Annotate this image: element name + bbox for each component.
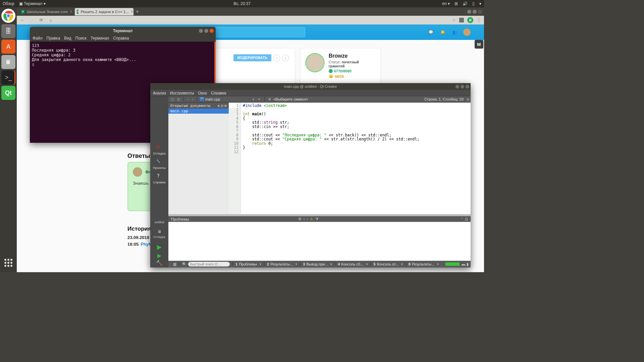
nav-forward-icon[interactable]: → — [29, 17, 35, 23]
menu-analyze[interactable]: Анализ — [153, 91, 166, 95]
output-tab-compile[interactable]: 4Консоль сб...▾ — [335, 262, 370, 266]
menu-help[interactable]: Справка — [211, 91, 226, 95]
dock-terminal[interactable]: >_ — [1, 70, 15, 84]
bookmark-icon[interactable]: ☆ — [452, 18, 456, 22]
open-docs-header[interactable]: Открытые документы ⇅◫⊟ — [168, 103, 229, 109]
dock-chrome[interactable] — [1, 9, 15, 23]
close-output-icon[interactable]: ▬ — [462, 262, 467, 266]
overview-button[interactable]: Обзор — [3, 1, 14, 6]
bell-icon[interactable]: 🔔 — [439, 28, 446, 36]
close-icon[interactable] — [478, 10, 482, 14]
dock-files[interactable]: 🗄 — [1, 24, 15, 38]
output-tab-testresults[interactable]: 8Результаты...▾ — [406, 262, 441, 266]
nav-back-icon[interactable]: ‹ — [186, 98, 190, 101]
menu-tools[interactable]: Инструменты — [170, 91, 194, 95]
profile-name[interactable]: Browze — [329, 53, 376, 59]
chat-icon[interactable]: 💬 — [427, 28, 434, 36]
new-tab-button[interactable]: + — [133, 8, 141, 15]
split-h-icon[interactable]: ◫ — [170, 98, 175, 101]
moderate-button[interactable]: МОДЕРИРОВАТЬ — [233, 54, 272, 61]
toggle-right-icon[interactable]: ▮ — [467, 262, 471, 266]
answerer-avatar[interactable] — [133, 167, 142, 177]
close-tab-icon[interactable]: × — [70, 9, 72, 14]
run-debug-button[interactable]: ▶ — [157, 252, 161, 259]
max-icon[interactable] — [204, 29, 208, 33]
browser-tab[interactable]: З Школьные Знания.com × — [19, 8, 75, 15]
funnel-icon[interactable]: ⧩ — [315, 217, 318, 221]
system-menu-icon[interactable]: ▾ — [479, 1, 481, 6]
issues-header[interactable]: Проблемы ⚙ ‹ › ⚠ ⧩ ˄ ⊡ — [168, 216, 471, 222]
battery-icon[interactable]: ▯ — [472, 1, 475, 6]
quick-search-input[interactable]: Быстрый поиск (C... — [188, 262, 230, 266]
close-icon[interactable] — [210, 29, 214, 33]
mode-help[interactable]: ❔ Справка — [150, 173, 168, 185]
symbol-combo[interactable]: <Выберите символ> — [273, 97, 308, 101]
min-icon[interactable] — [199, 29, 203, 33]
close-icon[interactable] — [466, 85, 469, 88]
code-editor[interactable]: #include <iostream> int main() { std::st… — [241, 103, 471, 214]
keyboard-layout[interactable]: en ▾ — [442, 1, 450, 6]
split-icon[interactable]: ◫ — [221, 104, 223, 108]
open-file-combo[interactable]: main.cpp — [205, 97, 220, 101]
output-tab-problems[interactable]: 1Проблемы▾ — [232, 262, 264, 266]
menu-window[interactable]: Окно — [198, 91, 207, 95]
nav-fwd-icon[interactable]: › — [191, 98, 194, 101]
list-item[interactable]: main.cpp — [168, 109, 229, 114]
issues-panel[interactable] — [168, 222, 471, 261]
mode-debug[interactable]: 🐞 Отладка — [150, 144, 168, 156]
max-icon[interactable] — [473, 10, 477, 14]
chevron-down-icon[interactable]: ▾ — [252, 98, 255, 101]
dock-software[interactable]: A — [1, 40, 15, 54]
network-icon[interactable]: ⊞ — [454, 1, 458, 6]
dock-calculator[interactable]: 🖩 — [1, 55, 15, 69]
popup-icon[interactable]: ⊡ — [465, 217, 468, 221]
build-button[interactable]: 🔨 — [156, 260, 163, 266]
max-icon[interactable] — [461, 85, 464, 88]
sort-icon[interactable]: ⇅ — [217, 104, 220, 108]
volume-icon[interactable]: 🔊 — [463, 1, 468, 6]
run-button[interactable]: ▶ — [157, 243, 162, 251]
split-icon[interactable]: ⊞ — [466, 98, 471, 101]
nav-reload-icon[interactable]: ⟳ — [38, 17, 44, 23]
nav-home-icon[interactable]: ⌂ — [48, 17, 54, 23]
dock-show-apps[interactable] — [0, 255, 17, 270]
output-tab-debugconsole[interactable]: 5Консоль от...▾ — [371, 262, 406, 266]
kit-project-name[interactable]: untitled — [150, 221, 168, 224]
menu-file[interactable]: Файл — [33, 36, 43, 41]
menu-icon[interactable]: ⋮ — [477, 17, 481, 23]
menu-edit[interactable]: Правка — [47, 36, 60, 41]
toggle-sidebar-icon[interactable]: ▥ — [173, 262, 176, 266]
menu-search[interactable]: Поиск — [75, 36, 87, 41]
system-clock[interactable]: Вс, 20:37 — [233, 1, 251, 6]
min-icon[interactable] — [467, 10, 471, 14]
profile-avatar[interactable]: И — [467, 17, 473, 23]
qtcreator-window[interactable]: main.cpp @ untitled - Qt Creator Анализ … — [150, 83, 471, 267]
floating-badge[interactable]: М — [475, 40, 483, 49]
terminal-titlebar[interactable]: Терминал — [30, 27, 216, 35]
extension-icon[interactable] — [459, 18, 464, 22]
close-editor-icon[interactable]: × — [257, 97, 261, 101]
close-pane-icon[interactable]: ⊟ — [224, 104, 227, 108]
active-app-indicator[interactable]: ▣ Терминал ▾ — [19, 1, 46, 6]
browser-tab-active[interactable]: З Решить 2 задачи в C++ 1... × — [75, 8, 133, 15]
kit-build-config[interactable]: Отладка — [150, 235, 168, 239]
profile-avatar-large[interactable] — [305, 53, 325, 72]
friends-icon[interactable]: 👥 — [451, 28, 459, 36]
prev-icon[interactable]: ‹ — [304, 217, 305, 221]
min-icon[interactable] — [455, 85, 459, 88]
menu-help[interactable]: Справка — [113, 36, 129, 41]
filter-icon[interactable]: ⚙ — [298, 217, 302, 221]
split-v-icon[interactable]: ⊟ — [176, 98, 181, 101]
close-tab-icon[interactable]: × — [131, 9, 133, 14]
menu-terminal[interactable]: Терминал — [91, 36, 109, 41]
pager-next[interactable]: › — [282, 55, 289, 61]
output-tab-appoutput[interactable]: 3Вывод при...▾ — [300, 262, 335, 266]
next-icon[interactable]: › — [307, 217, 308, 221]
avatar[interactable] — [463, 28, 471, 36]
mode-projects[interactable]: 🔧 Проекты — [150, 158, 168, 171]
qtcreator-titlebar[interactable]: main.cpp @ untitled - Qt Creator — [150, 83, 471, 90]
menu-view[interactable]: Вид — [64, 36, 71, 41]
pager-prev[interactable]: ‹ — [273, 55, 280, 61]
dock-qtcreator[interactable]: Qt — [1, 86, 15, 100]
nav-back-icon[interactable]: ← — [19, 17, 25, 23]
